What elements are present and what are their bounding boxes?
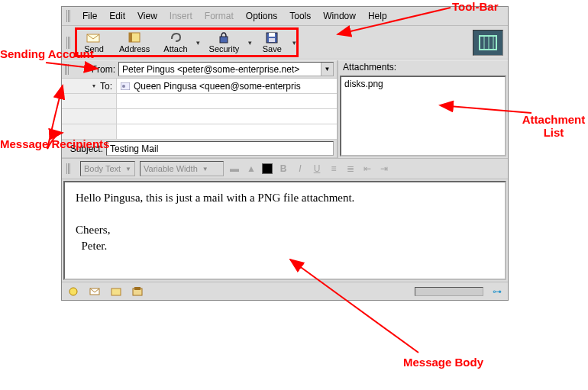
format-grip [66,163,71,174]
menubar: File Edit View Insert Format Options Too… [62,7,508,26]
recipient-row-2[interactable] [62,94,337,109]
app-logo [473,30,503,56]
security-dropdown[interactable]: ▾ [246,28,254,56]
underline-button[interactable]: U [311,163,323,174]
attachment-item[interactable]: disks.png [344,79,502,89]
recipient-text: Queen Pingusa <queen@some-enterpris [134,81,301,92]
menu-file[interactable]: File [77,9,102,23]
toolbar-row: Send Address Attach ▾ Security [62,26,508,60]
security-button[interactable]: Security [202,28,247,56]
annotation-message-body: Message Body [403,356,483,369]
security-icon [215,31,232,44]
status-icon-4[interactable] [131,285,144,298]
menubar-grip [66,10,71,22]
svg-rect-6 [269,38,275,42]
svg-rect-15 [111,288,121,295]
attach-icon [167,31,184,44]
status-icon-1[interactable] [66,285,80,298]
subject-row: Subject: [62,140,337,158]
menu-edit[interactable]: Edit [104,9,131,23]
attachments-pane: Attachments: disks.png [338,60,508,158]
send-label: Send [84,44,104,53]
address-button[interactable]: Address [112,28,157,56]
compose-window: File Edit View Insert Format Options Too… [61,6,509,301]
recipient-value[interactable]: Queen Pingusa <queen@some-enterpris [117,81,337,92]
from-grip [65,64,69,75]
status-progress [415,287,483,296]
attach-dropdown[interactable]: ▾ [195,28,202,56]
from-dropdown-icon[interactable]: ▼ [321,63,333,76]
chevron-down-icon: ▼ [125,166,131,172]
attach-label: Attach [163,44,187,53]
menu-view[interactable]: View [132,9,163,23]
send-icon [86,31,102,44]
online-indicator-icon[interactable]: ⊶ [491,286,503,297]
status-icon-3[interactable] [109,285,123,298]
svg-point-13 [69,288,77,295]
attachments-label: Attachments: [338,60,508,74]
security-label: Security [209,44,240,53]
indent-button[interactable]: ⇥ [378,163,390,174]
number-list-button[interactable]: ≣ [344,163,357,174]
svg-rect-2 [129,33,132,42]
format-bar: Body Text ▼ Variable Width ▼ ▬ ▲ B I U ≡… [62,158,508,179]
font-combo[interactable]: Variable Width ▼ [140,161,224,176]
recipient-row-4[interactable] [62,124,337,140]
recipients-block: ▾ To: Queen Pingusa <queen@some-enterpri… [62,79,337,140]
svg-point-12 [122,85,125,88]
toolbar-grip [66,37,71,49]
menu-help[interactable]: Help [363,9,393,23]
status-icon-2[interactable] [88,285,102,298]
font-size-down[interactable]: ▬ [228,163,241,174]
save-dropdown[interactable]: ▾ [290,28,298,56]
svg-rect-3 [220,37,228,43]
paragraph-style-text: Body Text [84,164,121,173]
save-button[interactable]: Save [254,28,290,56]
save-label: Save [263,44,282,53]
text-color-swatch[interactable] [262,163,273,174]
annotation-attachment-list: Attachment List [519,113,588,140]
recipient-type-left-icon: ▾ [90,82,98,89]
subject-input[interactable] [107,143,333,154]
menu-tools[interactable]: Tools [284,9,316,23]
subject-field-wrap [106,141,334,156]
from-label: From: [77,64,115,75]
recipient-type-label: To: [100,81,112,92]
address-label: Address [119,44,150,53]
message-body[interactable]: Hello Pingusa, this is just a mail with … [63,181,506,280]
svg-rect-17 [134,287,141,290]
headers-area: From: ▼ ▾ To: Queen Pingusa <queen@some-… [62,60,508,158]
font-size-up[interactable]: ▲ [245,163,257,174]
svg-rect-7 [480,36,496,50]
from-input[interactable] [119,64,321,75]
menu-format[interactable]: Format [199,9,239,23]
headers-left: From: ▼ ▾ To: Queen Pingusa <queen@some-… [62,60,338,158]
recipient-type-selector[interactable]: ▾ To: [62,79,117,93]
svg-rect-5 [269,33,275,37]
attach-button[interactable]: Attach [157,28,194,56]
menu-insert[interactable]: Insert [164,9,198,23]
contact-card-icon [120,82,131,91]
outdent-button[interactable]: ⇤ [361,163,373,174]
recipient-empty-type-3[interactable] [62,109,117,124]
paragraph-style-combo[interactable]: Body Text ▼ [80,161,135,176]
status-bar: ⊶ [62,282,508,300]
menu-window[interactable]: Window [318,9,361,23]
recipient-row-3[interactable] [62,109,337,124]
font-text: Variable Width [144,164,198,173]
chevron-down-icon: ▼ [202,166,208,172]
send-button[interactable]: Send [76,28,112,56]
from-row: From: ▼ [62,60,337,79]
address-icon [126,31,143,44]
save-icon [263,31,280,44]
bold-button[interactable]: B [277,163,289,174]
subject-label: Subject: [65,143,103,154]
italic-button[interactable]: I [294,163,306,174]
menu-options[interactable]: Options [241,9,283,23]
from-combo[interactable]: ▼ [118,62,334,76]
recipient-empty-type[interactable] [62,94,117,108]
bullet-list-button[interactable]: ≡ [328,163,340,174]
recipient-empty-type-4[interactable] [62,124,117,139]
toolbar: Send Address Attach ▾ Security [76,28,298,56]
attachments-list[interactable]: disks.png [340,76,506,156]
